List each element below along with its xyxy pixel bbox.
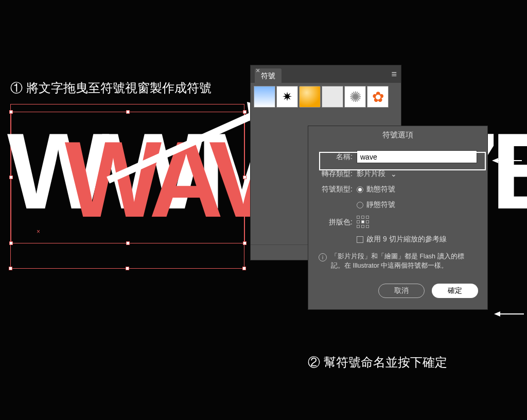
dialog-title: 符號選項 xyxy=(308,126,487,147)
radio-static-label: 靜態符號 xyxy=(366,200,395,209)
handle-middle-left[interactable] xyxy=(9,176,13,179)
handle-bottom-middle[interactable] xyxy=(126,241,130,245)
radio-dynamic[interactable] xyxy=(357,186,363,193)
pointer-arrow-ok xyxy=(494,309,525,319)
name-input[interactable] xyxy=(357,150,477,163)
cancel-button[interactable]: 取消 xyxy=(378,284,425,298)
info-text: 「影片片段」和「繪圖」都是 Flash 讀入的標記。在 Illustrator … xyxy=(331,252,477,270)
registration-grid[interactable] xyxy=(357,216,370,229)
export-type-value: 影片片段 xyxy=(357,169,385,179)
info-icon: i xyxy=(319,253,327,261)
registration-label: 拼版色: xyxy=(319,218,353,227)
handle-bottom-right[interactable] xyxy=(243,241,247,245)
panel-menu-icon[interactable]: ≡ xyxy=(391,69,397,80)
handle-bottom-left[interactable] xyxy=(9,241,13,245)
ok-button[interactable]: 確定 xyxy=(432,284,478,298)
annotation-step-2: ② 幫符號命名並按下確定 xyxy=(308,354,447,371)
handle-top-left[interactable] xyxy=(9,110,13,114)
outer-handle-bl[interactable] xyxy=(9,267,12,270)
scale9-checkbox[interactable] xyxy=(357,236,363,243)
symbols-grid: ✷ ✺ ✿ xyxy=(251,83,401,111)
chevron-down-icon: ⌄ xyxy=(391,170,397,178)
panel-close-icon[interactable]: × xyxy=(253,66,263,77)
symbol-swatch[interactable] xyxy=(254,86,275,108)
symbol-type-label: 符號類型: xyxy=(319,185,353,194)
annotation-step-1: ① 將文字拖曳至符號視窗製作成符號 xyxy=(10,80,212,96)
pointer-arrow-name xyxy=(492,155,523,166)
symbol-swatch[interactable]: ✺ xyxy=(344,86,366,108)
symbol-swatch[interactable]: ✿ xyxy=(367,86,389,108)
svg-line-0 xyxy=(108,113,257,180)
outer-handle-br[interactable] xyxy=(242,267,246,270)
svg-marker-5 xyxy=(494,311,500,317)
radio-dynamic-label: 動態符號 xyxy=(366,185,395,194)
outer-handle-bm[interactable] xyxy=(126,267,129,270)
symbol-swatch[interactable]: ✷ xyxy=(276,86,298,108)
export-type-dropdown[interactable]: 影片片段 ⌄ xyxy=(357,169,397,179)
svg-marker-3 xyxy=(492,158,498,163)
export-type-label: 轉存類型: xyxy=(319,169,353,179)
anchor-cross-icon: × xyxy=(37,228,41,232)
scale9-label: 啟用 9 切片縮放的參考線 xyxy=(366,235,447,244)
symbol-options-dialog: 符號選項 名稱: 轉存類型: 影片片段 ⌄ 符號類型: 動態符號 靜態符號 拼版… xyxy=(308,126,488,310)
symbol-swatch[interactable] xyxy=(299,86,321,108)
name-label: 名稱: xyxy=(319,152,353,162)
radio-static[interactable] xyxy=(357,202,363,208)
symbol-swatch[interactable] xyxy=(322,86,343,108)
